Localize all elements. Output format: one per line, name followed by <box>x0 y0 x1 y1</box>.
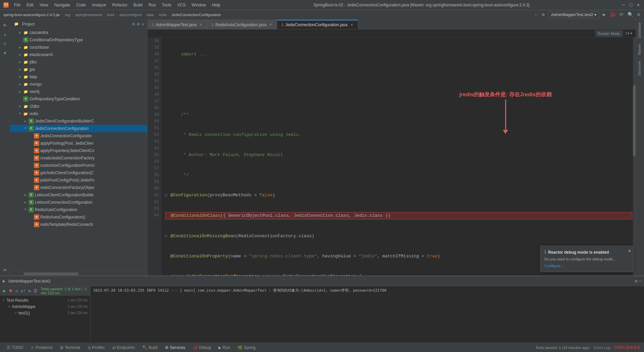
rerun-btn[interactable]: ↺ <box>14 288 19 294</box>
tab-jedis-connection-config[interactable]: J JedisConnectionConfiguration.java ✕ <box>277 20 358 29</box>
test-result-item-2[interactable]: ✓ AdminMappe 1 sec 210 ms <box>1 303 89 310</box>
minimize-button[interactable]: ─ <box>621 3 626 7</box>
back-icon[interactable]: ← <box>534 11 538 18</box>
menu-code[interactable]: Code <box>75 2 87 8</box>
rerun-failed-btn[interactable]: ↺! <box>20 288 26 294</box>
tree-item-jedis-pool-config[interactable]: m jedisPoolConfig(Pool):JedisPo <box>10 177 147 184</box>
settings-run-icon[interactable]: ⚙ <box>635 279 637 284</box>
tree-item-jedis-constructor[interactable]: m JedisConnectionConfiguratio <box>10 132 147 140</box>
tab-close-icon[interactable]: ✕ <box>350 23 354 27</box>
tree-item-jdbc[interactable]: ▶ 📁 jdbc <box>10 58 147 66</box>
menu-file[interactable]: File <box>13 2 22 8</box>
breadcrumb-redis[interactable]: redis <box>159 13 167 17</box>
tree-item-jedis-client-config[interactable]: ▶ C JedisClientConfigurationBuilderC <box>10 117 147 125</box>
menu-window[interactable]: Window <box>190 2 207 8</box>
bookmark-icon[interactable]: ★ <box>1 30 9 39</box>
tree-item-customize-config[interactable]: m customizeConfigurationFromU <box>10 162 147 169</box>
expand-icon[interactable]: ≫ <box>1 265 9 274</box>
database-panel-tab[interactable]: Database <box>636 19 644 41</box>
structure-panel-tab[interactable]: Structure <box>636 58 644 79</box>
tab-close-icon[interactable]: ✕ <box>268 22 273 27</box>
tree-item-jpa[interactable]: ▶ 📁 jpa <box>10 66 147 73</box>
status-tab-services[interactable]: ⚙ Services <box>162 344 189 351</box>
maven-panel-tab[interactable]: Maven <box>636 41 644 58</box>
status-tab-problems[interactable]: ⚠ Problems <box>27 344 56 351</box>
run-config-dropdown[interactable]: AdminMapperTest.test2 ▾ <box>548 11 599 18</box>
tree-item-redis-auto-config[interactable]: ▼ C RedisAutoConfiguration <box>10 206 147 213</box>
tree-item-mongo[interactable]: ▶ 📁 mongo <box>10 81 147 88</box>
tree-item-create-factory[interactable]: m createJedisConnectionFactory <box>10 154 147 162</box>
sort-btn[interactable]: ⇅ <box>27 288 32 294</box>
close-run-icon[interactable]: — <box>639 279 641 284</box>
tree-item-jedis-connection-config[interactable]: ▼ C JedisConnectionConfiguration <box>10 125 147 132</box>
breadcrumb-class[interactable]: JedisConnectionConfiguration <box>172 13 221 17</box>
breadcrumb-springframework[interactable]: springframework <box>75 13 102 17</box>
menu-navigate[interactable]: Navigate <box>53 2 71 8</box>
close-button[interactable]: ✕ <box>636 3 641 7</box>
status-tab-run[interactable]: ▶ Run <box>215 344 233 351</box>
structure-left-icon[interactable]: ≡ <box>1 40 9 48</box>
tree-item-apply-properties[interactable]: m applyProperties(JedisClientCo <box>10 147 147 154</box>
menu-view[interactable]: View <box>38 2 50 8</box>
filter-btn[interactable]: ☰ <box>33 288 38 294</box>
debug-button[interactable]: 🐞 <box>609 11 616 18</box>
tree-item-apply-pooling[interactable]: m applyPooling(Pool, JedisClien <box>10 140 147 147</box>
status-tab-spring[interactable]: 🌿 Spring <box>234 344 259 351</box>
tree-item-redis-template[interactable]: m redisTemplate(RedisConnecti <box>10 221 147 228</box>
status-tab-build[interactable]: 🔨 Build <box>139 344 161 351</box>
tree-item-r2dbc[interactable]: ▶ 📁 r2dbc <box>10 103 147 110</box>
tree-item-couchbase[interactable]: ▶ 📁 couchbase <box>10 44 147 51</box>
menu-refactor[interactable]: Refactor <box>111 2 129 8</box>
breadcrumb-autoconfigure[interactable]: autoconfigure <box>119 13 142 17</box>
configure-link[interactable]: Configure... <box>544 264 564 268</box>
menu-tools[interactable]: Tools <box>161 2 173 8</box>
test-result-item[interactable]: ✓ Test Results 1 sec 210 ms <box>1 297 89 303</box>
tree-item-neo4j[interactable]: ▶ 📁 neo4j <box>10 88 147 95</box>
breadcrumb-jar[interactable]: spring-boot-autoconfigure-2.4.3.jar <box>3 13 60 17</box>
settings-icon[interactable]: ⚙ <box>541 11 545 18</box>
menu-vcs[interactable]: VCS <box>176 2 187 8</box>
test-result-item-3[interactable]: ✓ test2() 1 sec 210 ms <box>1 310 89 316</box>
status-tab-profiler[interactable]: ◎ Profiler <box>84 344 108 351</box>
status-tab-todo[interactable]: ☰ TODO <box>3 344 26 351</box>
settings2-icon[interactable]: ⚙ <box>637 11 641 18</box>
breadcrumb-boot[interactable]: boot <box>107 13 114 17</box>
collapse-all-icon[interactable]: ⊟ <box>132 21 136 27</box>
tree-item-redis[interactable]: ▼ 📂 redis <box>10 110 147 117</box>
tree-item-cassandra[interactable]: ▶ 📁 cassandra <box>10 29 147 36</box>
run-tests-btn[interactable]: ▶ <box>2 288 7 294</box>
favorites-icon[interactable]: ♥ <box>1 49 9 58</box>
tree-item-conditional-on-repo[interactable]: C ConditionalOnRepositoryType <box>10 36 147 44</box>
tree-item-lettuce-conn-config[interactable]: ▶ C LettuceConnectionConfiguration <box>10 199 147 206</box>
status-tab-terminal[interactable]: ⊞ Terminal <box>57 344 83 351</box>
status-tab-endpoints[interactable]: ⇄ Endpoints <box>109 344 138 351</box>
tree-item-lettuce-config-builder[interactable]: ▶ C LettuceClientConfigurationBuilde <box>10 191 147 199</box>
menu-edit[interactable]: Edit <box>25 2 35 8</box>
menu-build[interactable]: Build <box>132 2 144 8</box>
status-tab-debug[interactable]: 🐞 Debug <box>190 344 214 351</box>
tab-close-icon[interactable]: ✕ <box>199 22 203 27</box>
tree-item-on-repo-type[interactable]: C OnRepositoryTypeCondition <box>10 95 147 103</box>
tab-admin-mapper-test[interactable]: J AdminMapperTest.java ✕ <box>148 20 207 29</box>
reader-mode-button[interactable]: Reader Mode <box>595 31 623 37</box>
tree-item-redis-auto-constructor[interactable]: m RedisAutoConfiguration() <box>10 213 147 221</box>
settings-panel-icon[interactable]: ⚙ <box>137 21 140 27</box>
notification-close-icon[interactable]: ▲ <box>628 248 631 253</box>
tab-redis-auto-config[interactable]: J RedisAutoConfiguration.java ✕ <box>207 20 277 29</box>
editor-scrollbar[interactable] <box>633 38 636 275</box>
tree-item-ldap[interactable]: ▶ 📁 ldap <box>10 73 147 81</box>
menu-help[interactable]: Help <box>211 2 222 8</box>
event-log-link[interactable]: Event Log <box>594 346 610 350</box>
breadcrumb-org[interactable]: org <box>65 13 70 17</box>
menu-run[interactable]: Run <box>147 2 157 8</box>
search-icon[interactable]: 🔍 <box>627 11 634 18</box>
breadcrumb-data[interactable]: data <box>147 13 154 17</box>
tree-item-elasticsearch[interactable]: ▶ 📁 elasticsearch <box>10 51 147 58</box>
tree-item-redis-conn-factory[interactable]: m redisConnectionFactory(Objec <box>10 184 147 191</box>
close-panel-icon[interactable]: ✕ <box>141 21 145 27</box>
maximize-button[interactable]: □ <box>629 3 633 7</box>
project-toggle-icon[interactable]: P <box>1 21 9 30</box>
run-button[interactable]: ▶ <box>602 11 606 18</box>
stop-tests-btn[interactable]: ■ <box>8 288 13 294</box>
coverage-button[interactable]: ⟳ <box>619 11 624 18</box>
